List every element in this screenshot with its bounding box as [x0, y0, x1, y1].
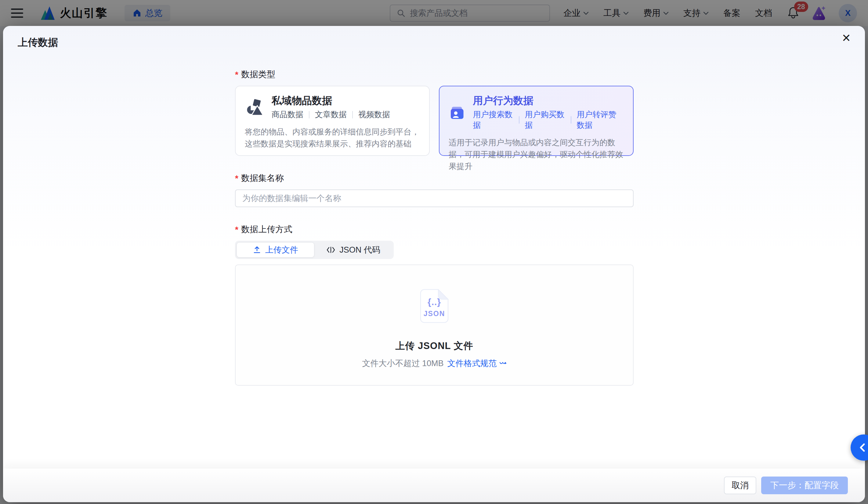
card-tag: 用户转评赞数据 [577, 109, 624, 130]
tab-upload-file[interactable]: 上传文件 [237, 242, 314, 258]
screen: 火山引擎 总览 企业 工具 费用 [0, 0, 868, 504]
code-icon [326, 246, 335, 254]
data-type-label-row: * 数据类型 [235, 69, 633, 80]
tab-json-code[interactable]: JSON 代码 [314, 242, 392, 258]
required-asterisk: * [235, 174, 238, 183]
card-titles: 私域物品数据 商品数据 文章数据 视频数据 [272, 94, 390, 120]
cancel-button[interactable]: 取消 [724, 476, 756, 494]
file-format-spec-link[interactable]: 文件格式规范 [447, 358, 507, 369]
user-behavior-icon [449, 103, 466, 122]
tag-divider [519, 116, 519, 124]
upload-form: * 数据类型 私域物品数据 [235, 69, 633, 386]
card-tag: 文章数据 [315, 109, 347, 120]
upload-method-section: * 数据上传方式 上传文件 [235, 224, 633, 386]
upload-icon [253, 245, 261, 254]
format-spec-icon [499, 361, 507, 366]
card-tags: 商品数据 文章数据 视频数据 [272, 109, 390, 120]
data-type-label: 数据类型 [241, 69, 275, 80]
upload-method-label-row: * 数据上传方式 [235, 224, 633, 235]
dataset-name-label-row: * 数据集名称 [235, 172, 633, 184]
upload-data-modal: 上传数据 ✕ * 数据类型 [3, 26, 865, 502]
card-title: 私域物品数据 [272, 94, 390, 107]
file-dropzone[interactable]: {..} JSON 上传 JSONL 文件 文件大小不超过 10MB 文件格式规… [235, 264, 633, 386]
modal-footer: 取消 下一步：配置字段 [3, 469, 865, 502]
card-head: 用户行为数据 用户搜索数据 用户购买数据 用户转评赞数据 [449, 94, 624, 130]
json-file-icon: {..} JSON [420, 289, 449, 323]
braces-glyph: {..} [420, 297, 449, 307]
required-asterisk: * [235, 70, 238, 80]
data-type-cards: 私域物品数据 商品数据 文章数据 视频数据 将您的物品、内容或服务的 [235, 86, 633, 156]
card-tags: 用户搜索数据 用户购买数据 用户转评赞数据 [473, 109, 624, 130]
card-tag: 视频数据 [358, 109, 390, 120]
close-icon[interactable]: ✕ [842, 33, 851, 44]
card-private-item-data[interactable]: 私域物品数据 商品数据 文章数据 视频数据 将您的物品、内容或服务的 [235, 86, 430, 156]
card-title: 用户行为数据 [473, 94, 624, 107]
required-asterisk: * [235, 225, 238, 234]
card-head: 私域物品数据 商品数据 文章数据 视频数据 [245, 94, 420, 120]
dataset-name-input[interactable] [235, 189, 633, 207]
dataset-name-label: 数据集名称 [241, 172, 284, 184]
card-description: 将您的物品、内容或服务的详细信息同步到平台，这些数据是实现搜索结果展示、推荐内容… [245, 126, 420, 150]
data-type-section: * 数据类型 私域物品数据 [235, 69, 633, 156]
card-user-behavior-data[interactable]: 用户行为数据 用户搜索数据 用户购买数据 用户转评赞数据 适用于记录 [439, 86, 633, 156]
dropzone-title: 上传 JSONL 文件 [395, 339, 473, 353]
tag-divider [571, 116, 571, 124]
upload-method-label: 数据上传方式 [241, 224, 292, 235]
modal-title: 上传数据 [18, 36, 58, 50]
tab-label: JSON 代码 [339, 244, 380, 255]
json-file-label: JSON [420, 309, 449, 318]
item-data-icon [245, 97, 264, 117]
tab-label: 上传文件 [265, 244, 298, 255]
card-description: 适用于记录用户与物品或内容之间交互行为的数据，可用于建模用户兴趣偏好，驱动个性化… [449, 137, 624, 172]
size-limit-text: 文件大小不超过 10MB [362, 358, 443, 369]
card-tag: 商品数据 [272, 109, 303, 120]
dataset-name-section: * 数据集名称 [235, 172, 633, 207]
upload-method-tabs: 上传文件 JSON 代码 [235, 241, 394, 259]
tag-divider [352, 111, 353, 118]
dropzone-hint: 文件大小不超过 10MB 文件格式规范 [362, 358, 506, 369]
card-titles: 用户行为数据 用户搜索数据 用户购买数据 用户转评赞数据 [473, 94, 624, 130]
tag-divider [309, 111, 309, 118]
card-tag: 用户购买数据 [525, 109, 565, 130]
format-link-label: 文件格式规范 [447, 358, 497, 369]
chevron-left-icon [859, 442, 867, 453]
card-tag: 用户搜索数据 [473, 109, 513, 130]
next-step-button[interactable]: 下一步：配置字段 [761, 476, 848, 494]
